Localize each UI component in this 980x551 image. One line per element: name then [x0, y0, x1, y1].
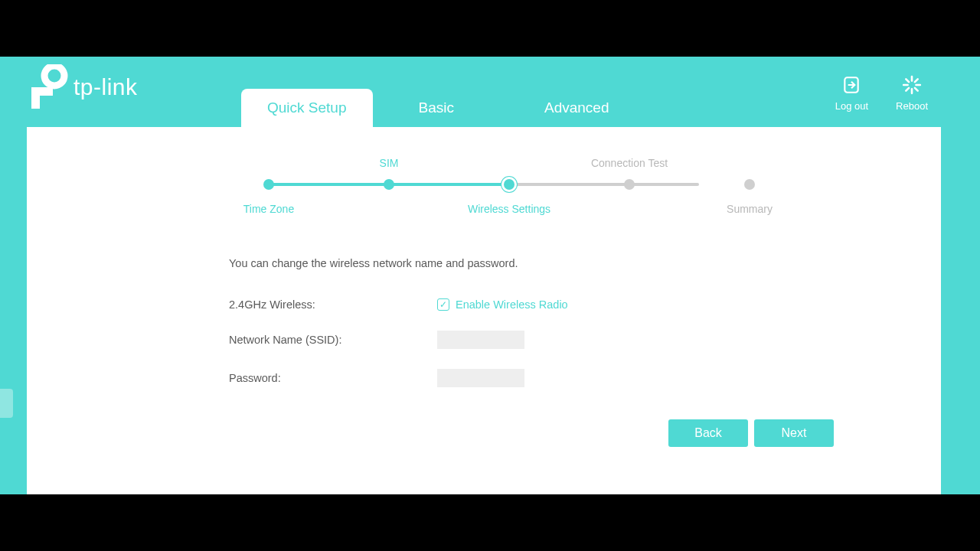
- ssid-input[interactable]: [437, 331, 524, 349]
- enable-radio-checkbox[interactable]: ✓ Enable Wireless Radio: [437, 298, 568, 311]
- tplink-logo-icon: [29, 64, 70, 110]
- row-enable-radio: 2.4GHz Wireless: ✓ Enable Wireless Radio: [229, 298, 803, 311]
- step-dot: [744, 179, 755, 190]
- header-actions: Log out: [835, 75, 928, 112]
- ssid-label: Network Name (SSID):: [229, 334, 437, 346]
- logout-icon: [841, 75, 861, 97]
- step-label: Wireless Settings: [448, 203, 570, 215]
- checkbox-icon: ✓: [437, 298, 449, 311]
- reboot-label: Reboot: [896, 100, 928, 112]
- nav-buttons: Back Next: [668, 419, 834, 447]
- app-viewport: tp-link Quick Setup Basic Advanced Log o…: [0, 57, 980, 494]
- svg-line-9: [915, 88, 918, 91]
- row-password: Password:: [229, 369, 803, 387]
- tab-quick-setup[interactable]: Quick Setup: [241, 89, 373, 127]
- password-label: Password:: [229, 372, 437, 384]
- header: tp-link Quick Setup Basic Advanced Log o…: [0, 57, 980, 127]
- tab-advanced[interactable]: Advanced: [518, 89, 635, 127]
- svg-point-0: [44, 66, 64, 86]
- reboot-button[interactable]: Reboot: [896, 75, 928, 112]
- wireless-form: You can change the wireless network name…: [229, 257, 803, 407]
- content-panel: Time Zone SIM Wireless Settings Connecti…: [27, 127, 941, 494]
- back-button[interactable]: Back: [668, 419, 748, 447]
- main-nav: Quick Setup Basic Advanced: [241, 89, 635, 127]
- svg-line-11: [915, 79, 918, 82]
- side-drawer-handle[interactable]: [0, 389, 13, 418]
- row-ssid: Network Name (SSID):: [229, 331, 803, 349]
- step-label: SIM: [328, 157, 450, 169]
- step-label: Summary: [688, 203, 811, 215]
- step-dot: [263, 179, 274, 190]
- logout-button[interactable]: Log out: [835, 75, 868, 112]
- reboot-icon: [902, 75, 922, 97]
- brand-logo: tp-link: [29, 64, 138, 110]
- step-dot: [384, 179, 394, 190]
- wireless-band-label: 2.4GHz Wireless:: [229, 298, 437, 311]
- step-dot: [624, 179, 635, 190]
- step-dot: [504, 179, 514, 190]
- password-input[interactable]: [437, 369, 524, 387]
- form-description: You can change the wireless network name…: [229, 257, 803, 269]
- svg-rect-2: [31, 87, 53, 96]
- setup-stepper: Time Zone SIM Wireless Settings Connecti…: [229, 154, 739, 215]
- step-label: Time Zone: [207, 203, 330, 215]
- tab-basic[interactable]: Basic: [393, 89, 480, 127]
- brand-name: tp-link: [74, 74, 138, 100]
- svg-line-10: [906, 88, 909, 91]
- logout-label: Log out: [835, 100, 868, 112]
- next-button[interactable]: Next: [754, 419, 834, 447]
- enable-radio-label: Enable Wireless Radio: [456, 298, 568, 311]
- step-label: Connection Test: [568, 157, 691, 169]
- svg-line-8: [906, 79, 909, 82]
